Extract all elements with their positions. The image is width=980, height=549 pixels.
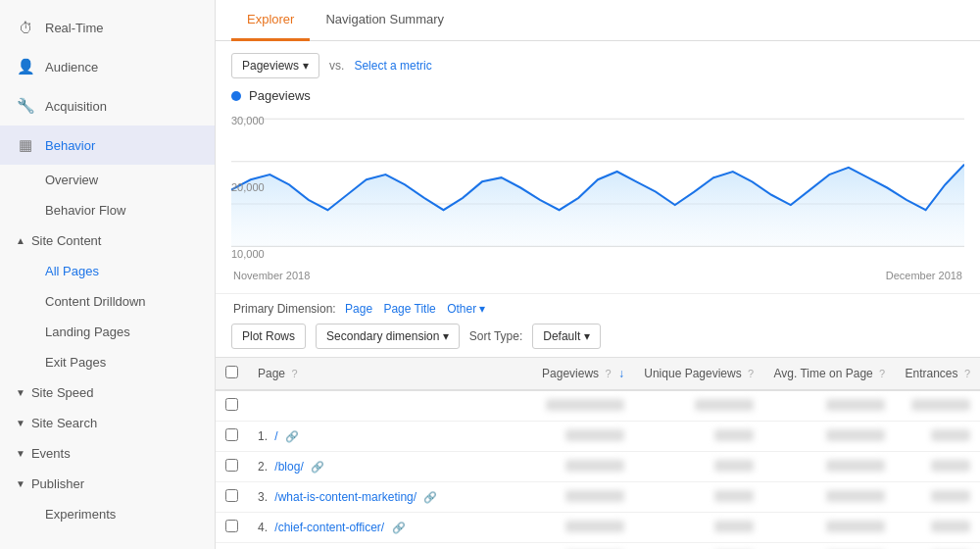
- table-row-summary: [216, 390, 980, 422]
- row-2-entrances: [895, 482, 980, 513]
- row-4-page: 5. /2011/11/how-to-develop-a-wikipedia-p…: [248, 543, 532, 550]
- row-3-pageviews: [532, 513, 634, 543]
- table-row: 4. /chief-content-officer/ 🔗: [216, 513, 980, 543]
- row-2-checkbox[interactable]: [225, 489, 238, 502]
- primary-dim-page-title-link[interactable]: Page Title: [383, 302, 435, 316]
- sidebar-item-events[interactable]: ▼ Events: [0, 438, 215, 469]
- external-link-icon-1[interactable]: 🔗: [311, 461, 324, 473]
- page-link-3[interactable]: /chief-content-officer/: [274, 521, 384, 534]
- primary-dim-other-link[interactable]: Other ▾: [447, 302, 485, 316]
- chart-svg: [231, 109, 964, 266]
- row-1-checkbox[interactable]: [225, 459, 238, 472]
- row-3-entrances: [895, 513, 980, 543]
- sidebar-item-behavior-flow[interactable]: Behavior Flow: [45, 195, 215, 225]
- chart-wrapper: 30,000 20,000 10,000: [231, 109, 964, 266]
- site-content-label: Site Content: [31, 233, 102, 248]
- row-0-page: 1. / 🔗: [248, 422, 532, 452]
- realtime-icon: ⏱: [16, 18, 35, 37]
- page-link-1[interactable]: /blog/: [274, 460, 303, 474]
- row-0-avg-time: [763, 422, 895, 452]
- row-4-entrances: [895, 543, 980, 550]
- sidebar-item-realtime[interactable]: ⏱ Real-Time: [0, 8, 215, 47]
- select-metric-link[interactable]: Select a metric: [354, 59, 431, 73]
- sidebar-section-site-content[interactable]: ▲ Site Content: [0, 225, 215, 256]
- sidebar: ⏱ Real-Time 👤 Audience 🔧 Acquisition ▦ B…: [0, 0, 216, 549]
- table-row: 3. /what-is-content-marketing/ 🔗: [216, 482, 980, 513]
- row-0-entrances: [895, 422, 980, 452]
- sidebar-item-site-search[interactable]: ▼ Site Search: [0, 408, 215, 438]
- th-unique-pageviews: Unique Pageviews ?: [634, 358, 763, 391]
- sidebar-item-label: Real-Time: [45, 21, 103, 35]
- sidebar-item-content-drilldown[interactable]: Content Drilldown: [45, 286, 215, 317]
- sort-type-dropdown[interactable]: Default ▾: [532, 324, 600, 349]
- row-0-checkbox[interactable]: [225, 428, 238, 441]
- sidebar-item-behavior[interactable]: ▦ Behavior: [0, 125, 215, 165]
- external-link-icon-3[interactable]: 🔗: [392, 522, 406, 533]
- y-axis-label-10k: 10,000: [231, 248, 265, 260]
- row-1-avg-time: [763, 452, 895, 482]
- metric-dropdown[interactable]: Pageviews ▾: [231, 53, 319, 78]
- row-3-page: 4. /chief-content-officer/ 🔗: [248, 513, 532, 543]
- th-avg-time: Avg. Time on Page ?: [763, 358, 895, 391]
- sidebar-item-experiments[interactable]: Experiments: [45, 499, 215, 529]
- chart-area: Pageviews ▾ vs. Select a metric Pageview…: [216, 41, 980, 293]
- row-controls: Plot Rows Secondary dimension ▾ Sort Typ…: [231, 324, 964, 349]
- chart-legend: Pageviews: [231, 88, 964, 103]
- row-2-pageviews: [532, 482, 634, 513]
- sort-icon-pageviews: ↓: [618, 367, 624, 380]
- secondary-dimension-dropdown[interactable]: Secondary dimension ▾: [316, 324, 460, 349]
- row-summary-checkbox[interactable]: [225, 398, 238, 411]
- x-label-nov: November 2018: [233, 270, 310, 281]
- summary-avg-time: [763, 390, 895, 422]
- sidebar-item-overview[interactable]: Overview: [45, 165, 215, 195]
- row-2-avg-time: [763, 482, 895, 513]
- info-icon-avg-time[interactable]: ?: [879, 368, 885, 379]
- row-0-pageviews: [532, 422, 634, 452]
- chevron-right-icon: ▼: [16, 448, 25, 459]
- chart-controls: Pageviews ▾ vs. Select a metric: [231, 53, 964, 78]
- chevron-right-icon: ▼: [16, 387, 25, 398]
- summary-unique: [634, 390, 763, 422]
- info-icon-pageviews[interactable]: ?: [605, 368, 611, 379]
- th-pageviews: Pageviews ? ↓: [532, 358, 634, 391]
- th-checkbox: [216, 358, 248, 391]
- row-2-page: 3. /what-is-content-marketing/ 🔗: [248, 482, 532, 513]
- legend-label-pageviews: Pageviews: [249, 88, 311, 103]
- row-1-entrances: [895, 452, 980, 482]
- select-all-checkbox[interactable]: [225, 366, 238, 378]
- page-link-2[interactable]: /what-is-content-marketing/: [274, 490, 416, 504]
- table-row: 5. /2011/11/how-to-develop-a-wikipedia-p…: [216, 543, 980, 550]
- row-3-checkbox[interactable]: [225, 520, 238, 532]
- behavior-icon: ▦: [16, 135, 35, 155]
- page-link-0[interactable]: /: [274, 429, 277, 443]
- sidebar-item-acquisition[interactable]: 🔧 Acquisition: [0, 86, 215, 125]
- plot-rows-button[interactable]: Plot Rows: [231, 324, 306, 349]
- vs-label: vs.: [329, 59, 344, 73]
- tab-explorer[interactable]: Explorer: [231, 0, 310, 41]
- sidebar-item-all-pages[interactable]: All Pages: [45, 256, 215, 286]
- tab-navigation-summary[interactable]: Navigation Summary: [310, 0, 460, 41]
- chart-x-axis-labels: November 2018 December 2018: [231, 270, 964, 281]
- summary-pageviews: [532, 390, 634, 422]
- tabs-bar: Explorer Navigation Summary: [216, 0, 980, 41]
- summary-label: [248, 390, 532, 422]
- info-icon-entrances[interactable]: ?: [964, 368, 970, 379]
- sidebar-item-exit-pages[interactable]: Exit Pages: [45, 347, 215, 377]
- x-label-dec: December 2018: [886, 270, 962, 281]
- info-icon-unique[interactable]: ?: [748, 368, 754, 379]
- sidebar-item-audience[interactable]: 👤 Audience: [0, 47, 215, 86]
- external-link-icon-0[interactable]: 🔗: [285, 430, 299, 442]
- sidebar-item-publisher[interactable]: ▼ Publisher: [0, 469, 215, 499]
- row-0-unique: [634, 422, 763, 452]
- sidebar-item-site-speed[interactable]: ▼ Site Speed: [0, 377, 215, 408]
- y-axis-label-20k: 20,000: [231, 181, 265, 193]
- row-1-unique: [634, 452, 763, 482]
- row-3-avg-time: [763, 513, 895, 543]
- external-link-icon-2[interactable]: 🔗: [423, 491, 437, 503]
- primary-dim-page-link[interactable]: Page: [345, 302, 372, 316]
- sidebar-item-landing-pages[interactable]: Landing Pages: [45, 317, 215, 347]
- info-icon-page[interactable]: ?: [291, 368, 297, 379]
- table-controls: Primary Dimension: Page Page Title Other…: [216, 293, 980, 357]
- acquisition-icon: 🔧: [16, 96, 35, 116]
- row-3-unique: [634, 513, 763, 543]
